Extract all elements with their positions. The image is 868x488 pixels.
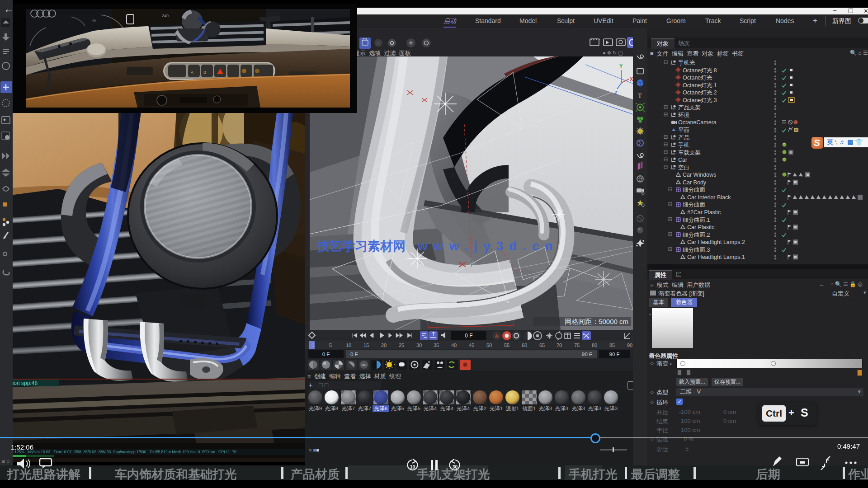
svg-text:#2Car Plasitc: #2Car Plasitc xyxy=(687,209,721,216)
svg-text:Car Headlight Lamps.1: Car Headlight Lamps.1 xyxy=(687,254,745,260)
svg-text:90 F: 90 F xyxy=(582,352,592,357)
svg-text:Octane灯光.2: Octane灯光.2 xyxy=(683,89,717,96)
svg-text:Octane灯光.1: Octane灯光.1 xyxy=(683,82,717,89)
svg-text:90 F: 90 F xyxy=(609,352,619,357)
svg-text:35: 35 xyxy=(434,343,439,348)
svg-text:细分曲面.3: 细分曲面.3 xyxy=(683,247,710,253)
svg-text:环境: 环境 xyxy=(678,112,690,118)
svg-text:空白: 空白 xyxy=(678,164,689,171)
svg-text:5: 5 xyxy=(329,343,332,348)
svg-text:产品: 产品 xyxy=(678,135,689,141)
svg-text:10: 10 xyxy=(346,343,351,348)
svg-text:Octane灯光.8: Octane灯光.8 xyxy=(683,67,717,74)
svg-text:Car: Car xyxy=(678,157,687,163)
svg-text:85: 85 xyxy=(609,343,615,348)
svg-text:20: 20 xyxy=(381,343,387,348)
svg-text:细分曲面.1: 细分曲面.1 xyxy=(683,217,710,223)
svg-text:80: 80 xyxy=(592,343,597,348)
svg-text:Octane灯光: Octane灯光 xyxy=(683,75,712,81)
svg-text:30: 30 xyxy=(453,465,458,469)
svg-text:0 F: 0 F xyxy=(350,352,358,357)
svg-text:40: 40 xyxy=(92,19,96,23)
svg-text:0: 0 xyxy=(311,343,314,348)
svg-text:细分曲面: 细分曲面 xyxy=(683,187,705,193)
svg-text:Car Plasitc: Car Plasitc xyxy=(687,224,714,230)
svg-text:10: 10 xyxy=(410,465,415,469)
svg-text:车载支架: 车载支架 xyxy=(678,150,701,156)
svg-text:50: 50 xyxy=(486,343,492,348)
svg-text:240: 240 xyxy=(162,14,169,18)
svg-text:细分曲面: 细分曲面 xyxy=(683,202,705,208)
svg-text:手机光: 手机光 xyxy=(678,60,695,66)
svg-text:45: 45 xyxy=(469,343,474,348)
svg-text:55: 55 xyxy=(504,343,509,348)
svg-text:65: 65 xyxy=(539,343,545,348)
svg-text:Z: Z xyxy=(614,90,618,95)
svg-text:25: 25 xyxy=(399,343,404,348)
svg-text:产品支架: 产品支架 xyxy=(678,104,701,111)
svg-text:Car Headlight Lamps.2: Car Headlight Lamps.2 xyxy=(687,239,745,245)
svg-text:Car Windows: Car Windows xyxy=(683,172,716,178)
svg-text:90: 90 xyxy=(627,343,632,348)
svg-text:70: 70 xyxy=(557,343,562,348)
svg-text:OctaneCamera: OctaneCamera xyxy=(678,119,717,126)
svg-text:B: B xyxy=(203,70,206,75)
svg-text:40: 40 xyxy=(451,343,457,348)
svg-text:60: 60 xyxy=(522,343,527,348)
svg-text:30: 30 xyxy=(416,343,422,348)
svg-text:T: T xyxy=(638,92,642,99)
svg-text:MD: MD xyxy=(362,363,367,366)
svg-text:Car Interior Black: Car Interior Black xyxy=(687,194,731,201)
svg-text:0 F: 0 F xyxy=(465,333,472,339)
svg-text:Octane灯光.3: Octane灯光.3 xyxy=(683,97,717,103)
svg-text:X: X xyxy=(630,76,633,82)
svg-text:细分曲面.2: 细分曲面.2 xyxy=(683,232,710,238)
svg-text:75: 75 xyxy=(574,343,580,348)
svg-text:手机: 手机 xyxy=(678,142,689,148)
svg-text:Car Body: Car Body xyxy=(683,179,707,186)
svg-text:Y: Y xyxy=(619,63,623,69)
svg-text:网格间距：50000 cm: 网格间距：50000 cm xyxy=(565,318,628,325)
svg-text:平面: 平面 xyxy=(678,127,689,133)
svg-text:15: 15 xyxy=(363,343,369,348)
svg-text:A: A xyxy=(191,70,193,75)
svg-text:0 F: 0 F xyxy=(322,352,330,357)
